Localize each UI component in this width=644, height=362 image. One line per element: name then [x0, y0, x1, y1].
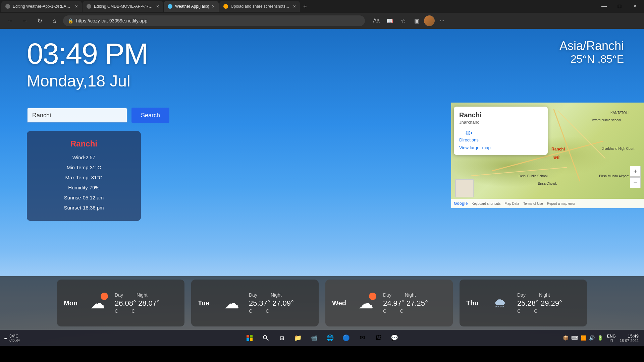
main-overlay: 03:49 PM Monday,18 Jul Asia/Ranchi 25°N …: [0, 29, 644, 346]
battery-tray-icon[interactable]: 🔋: [597, 335, 603, 341]
terms-of-use[interactable]: Terms of Use: [523, 202, 543, 205]
cloud-icon-tue: ☁: [224, 295, 239, 312]
search-section: Search: [27, 108, 169, 123]
teams-button[interactable]: 📹: [307, 331, 321, 345]
forecast-day-mon: Mon: [64, 299, 80, 307]
night-label-thu: Night: [539, 292, 550, 298]
night-temp-tue: 27.09°: [272, 299, 294, 307]
back-button[interactable]: ←: [4, 15, 16, 27]
close-button[interactable]: ×: [627, 0, 643, 13]
forecast-temps-wed: Day Night 24.97° 27.25° C C: [383, 292, 446, 314]
tab-2-close[interactable]: ×: [156, 4, 159, 9]
immersive-reader-button[interactable]: 📖: [384, 15, 396, 27]
svg-rect-0: [247, 335, 249, 338]
map-directions-button[interactable]: ⟴ Directions: [459, 129, 479, 142]
whatsapp-icon: 💬: [391, 334, 398, 342]
network-tray-icon[interactable]: 📶: [581, 335, 586, 341]
temp-unit-thu: C C: [517, 308, 580, 314]
system-clock[interactable]: 15:49 18-07-2022: [620, 334, 639, 343]
city-search-input[interactable]: [27, 108, 127, 123]
keyboard-shortcuts[interactable]: Keyboard shortcuts: [472, 202, 500, 205]
tab-3-close[interactable]: ×: [212, 4, 215, 9]
profile-button[interactable]: [424, 15, 435, 26]
forecast-icon-thu: 🌧: [488, 291, 512, 315]
day-temp-wed: 24.97°: [383, 299, 405, 307]
weather-city-name: Ranchi: [34, 139, 134, 148]
tab-3[interactable]: Weather App(Talib) ×: [164, 1, 219, 12]
map-zoom-in-button[interactable]: +: [630, 166, 641, 177]
forecast-day-thu: Thu: [466, 299, 483, 307]
tab-2[interactable]: Editing OMDB-MOVIE-APP-/RE... ×: [83, 1, 163, 12]
task-view-icon: ⊞: [280, 335, 284, 341]
whatsapp-button[interactable]: 💬: [388, 331, 401, 345]
night-label-tue: Night: [271, 292, 282, 298]
start-button[interactable]: [243, 331, 256, 345]
taskbar-weather-info: 34°C Cloudy: [9, 334, 20, 342]
search-taskbar-button[interactable]: [259, 331, 272, 345]
taskbar-condition: Cloudy: [9, 339, 20, 342]
day-night-header-mon: Day Night: [115, 292, 178, 298]
location-top-right: Asia/Ranchi 25°N ,85°E: [559, 39, 624, 65]
tab-4-close[interactable]: ×: [293, 4, 296, 9]
day-temp-thu: 25.28°: [517, 299, 539, 307]
edge-browser-button[interactable]: 🌐: [323, 331, 337, 345]
edge-icon: 🌐: [326, 334, 334, 342]
directions-label: Directions: [459, 137, 479, 142]
taskbar-temp: 34°C: [9, 334, 20, 339]
window-controls: — □ ×: [596, 0, 643, 13]
svg-point-4: [263, 336, 267, 339]
forecast-day-wed: Wed: [332, 299, 349, 307]
day-night-header-thu: Day Night: [517, 292, 580, 298]
forward-button[interactable]: →: [19, 15, 31, 27]
map-thumbnail: [455, 179, 474, 197]
night-temp-wed: 27.25°: [407, 299, 428, 307]
tab-1-close[interactable]: ×: [75, 4, 78, 9]
day-label-mon: Day: [115, 292, 123, 298]
tab-1[interactable]: Editing Weather-App-1-2/READ... ×: [1, 1, 82, 12]
report-map-error[interactable]: Report a map error: [547, 202, 575, 205]
day-label-wed: Day: [383, 292, 391, 298]
view-larger-map-link[interactable]: View larger map: [459, 145, 542, 150]
forecast-card-tue: Tue ☁ Day Night 25.37° 27.09° C C: [191, 280, 319, 326]
tab-4-title: Upload and share screenshots a...: [231, 4, 290, 9]
refresh-button[interactable]: ↻: [34, 15, 46, 27]
photos-button[interactable]: 🖼: [372, 331, 385, 345]
forecast-temps-tue: Day Night 25.37° 27.09° C C: [249, 292, 312, 314]
day-temp-mon: 26.08°: [115, 299, 136, 307]
day-night-header-tue: Day Night: [249, 292, 312, 298]
timezone-label: Asia/Ranchi: [559, 39, 624, 53]
tab-2-favicon: [87, 4, 91, 9]
dropbox-tray-icon[interactable]: 📦: [563, 335, 569, 341]
reader-mode-button[interactable]: Aa: [370, 15, 382, 27]
forecast-card-mon: Mon ☁ Day Night 26.08° 28.07° C: [57, 280, 184, 326]
maximize-button[interactable]: □: [612, 0, 627, 13]
coordinates-label: 25°N ,85°E: [559, 53, 624, 65]
chrome-button[interactable]: 🔵: [339, 331, 353, 345]
map-popup-actions: ⟴ Directions: [459, 129, 542, 142]
profile-avatar: [424, 15, 435, 26]
favorites-button[interactable]: ☆: [397, 15, 409, 27]
search-taskbar-icon: [263, 335, 269, 341]
taskbar-center-icons: ⊞ 📁 📹 🌐 🔵 ✉ 🖼: [243, 331, 401, 345]
home-button[interactable]: ⌂: [48, 15, 60, 27]
temp-values-wed: 24.97° 27.25°: [383, 299, 446, 308]
mail-icon: ✉: [360, 334, 365, 342]
search-button[interactable]: Search: [131, 108, 169, 123]
settings-button[interactable]: ···: [436, 15, 448, 27]
minimize-button[interactable]: —: [596, 0, 612, 13]
task-view-button[interactable]: ⊞: [275, 331, 288, 345]
address-bar[interactable]: 🔒 https://cozy-cat-93059e.netlify.app: [63, 15, 365, 26]
volume-tray-icon[interactable]: 🔊: [589, 335, 595, 341]
map-airport-label: Birsa Munda Airport: [599, 174, 629, 178]
tab-3-favicon: [168, 4, 172, 9]
tab-4[interactable]: Upload and share screenshots a... ×: [219, 1, 300, 12]
keyboard-tray-icon[interactable]: ⌨: [571, 335, 578, 341]
collections-button[interactable]: ▣: [411, 15, 423, 27]
date-display: Monday,18 Jul: [27, 72, 148, 90]
file-explorer-button[interactable]: 📁: [291, 331, 305, 345]
mail-button[interactable]: ✉: [356, 331, 369, 345]
taskbar-right: 📦 ⌨ 📶 🔊 🔋 ENG IN 15:49 18-07-2022: [557, 334, 644, 343]
new-tab-button[interactable]: +: [301, 2, 310, 11]
system-date: 18-07-2022: [620, 339, 639, 343]
map-zoom-out-button[interactable]: −: [630, 177, 641, 188]
